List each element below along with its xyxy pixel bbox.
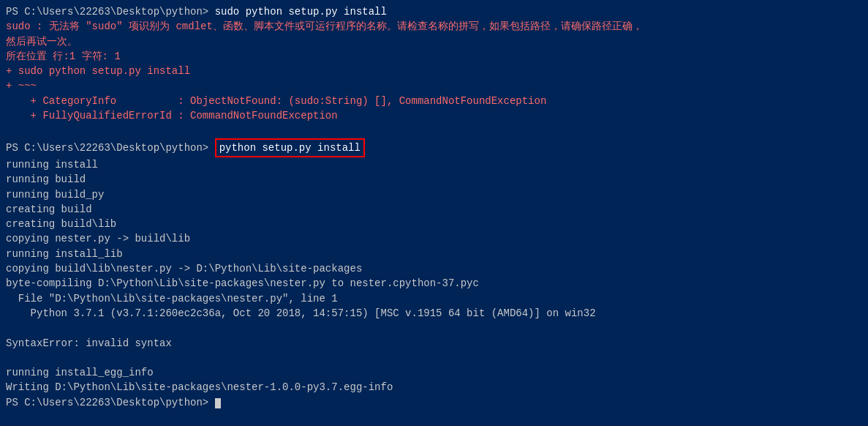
line-13: running build_py — [6, 187, 862, 202]
line-14: creating build — [6, 202, 862, 217]
line-16: copying nester.py -> build\lib — [6, 231, 862, 246]
line-6: + ~~~ — [6, 78, 862, 93]
line-18: copying build\lib\nester.py -> D:\Python… — [6, 261, 862, 276]
highlighted-command: python setup.py install — [215, 138, 365, 157]
prompt-2: PS C:\Users\22263\Desktop\python> — [6, 142, 215, 154]
line-11: running install — [6, 157, 862, 172]
line-21: Python 3.7.1 (v3.7.1:260ec2c36a, Oct 20 … — [6, 306, 862, 321]
cursor — [215, 398, 221, 408]
line-27: PS C:\Users\22263\Desktop\python> — [6, 395, 862, 410]
line-3: 然后再试一次。 — [6, 34, 862, 49]
line-9 — [6, 123, 862, 138]
line-4: 所在位置 行:1 字符: 1 — [6, 49, 862, 64]
prompt-1: PS C:\Users\22263\Desktop\python> — [6, 6, 215, 18]
line-24 — [6, 351, 862, 365]
line-20: File "D:\Python\Lib\site-packages\nester… — [6, 291, 862, 306]
line-23: SyntaxError: invalid syntax — [6, 336, 862, 351]
line-7: + CategoryInfo : ObjectNotFound: (sudo:S… — [6, 94, 862, 108]
command-1: sudo python setup.py install — [215, 6, 387, 18]
line-1: PS C:\Users\22263\Desktop\python> sudo p… — [6, 4, 862, 19]
line-12: running build — [6, 172, 862, 187]
line-5: + sudo python setup.py install — [6, 64, 862, 78]
line-22 — [6, 321, 862, 335]
terminal-window: PS C:\Users\22263\Desktop\python> sudo p… — [0, 0, 868, 426]
line-19: byte-compiling D:\Python\Lib\site-packag… — [6, 276, 862, 291]
line-17: running install_lib — [6, 247, 862, 261]
line-15: creating build\lib — [6, 217, 862, 231]
line-26: Writing D:\Python\Lib\site-packages\nest… — [6, 380, 862, 395]
line-8: + FullyQualifiedErrorId : CommandNotFoun… — [6, 108, 862, 123]
line-25: running install_egg_info — [6, 365, 862, 380]
line-10: PS C:\Users\22263\Desktop\python> python… — [6, 138, 862, 157]
line-2: sudo : 无法将 "sudo" 项识别为 cmdlet、函数、脚本文件或可运… — [6, 19, 862, 34]
